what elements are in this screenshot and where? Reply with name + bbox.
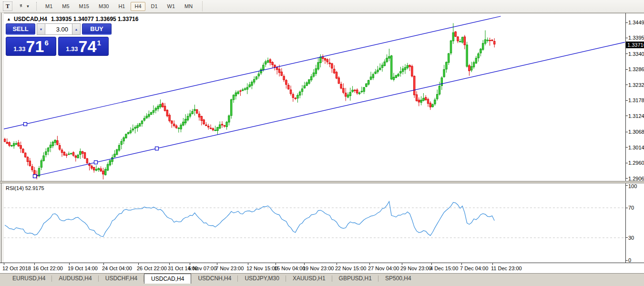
timeframe-button-w1[interactable]: W1 xyxy=(164,2,179,11)
chart-tab-gbpusd[interactable]: GBPUSD,H1 xyxy=(332,274,378,284)
time-axis-label: 5 Nov 07:00 xyxy=(188,265,216,271)
time-axis-label: 19 Oct 14:00 xyxy=(68,265,98,271)
time-axis-tick xyxy=(492,263,493,265)
price-axis-tick xyxy=(626,22,628,23)
chart-tab-usdcnh[interactable]: USDCNH,H4 xyxy=(191,274,238,284)
arrows-tool-button[interactable]: ▼ xyxy=(15,1,31,11)
time-axis-tick xyxy=(4,263,4,265)
volume-input[interactable]: 3.00 xyxy=(45,23,72,35)
price-axis-label: 1.29605 xyxy=(628,160,644,166)
time-axis-tick xyxy=(461,263,462,265)
price-axis-tick xyxy=(626,132,628,132)
price-axis-tick xyxy=(626,116,628,116)
time-axis-label: 15 Nov 04:00 xyxy=(274,265,305,271)
rsi-indicator-label: RSI(14) 52.9175 xyxy=(6,185,44,191)
volume-decrease-button[interactable]: ▼ xyxy=(37,23,45,35)
rsi-indicator-pane[interactable] xyxy=(4,183,625,263)
chart-tab-eurusd[interactable]: EURUSD,H4 xyxy=(6,274,52,284)
price-axis-label: 1.31780 xyxy=(628,97,644,103)
timeframe-button-m1[interactable]: M1 xyxy=(41,2,56,11)
chart-tab-sp500[interactable]: SP500,H4 xyxy=(378,274,418,284)
price-axis-tick xyxy=(626,100,628,101)
price-axis-tick xyxy=(626,53,628,54)
sell-price-pipette: 6 xyxy=(44,39,48,47)
rsi-axis-tick xyxy=(626,237,628,238)
chart-title: ▲ USDCAD,H4 1.33935 1.34077 1.33695 1.33… xyxy=(7,16,138,22)
rsi-axis-tick xyxy=(626,208,628,208)
price-axis-label: 1.33400 xyxy=(628,51,644,57)
toolbar-separator xyxy=(202,1,203,11)
chart-ohlc-values: 1.33935 1.34077 1.33695 1.33716 xyxy=(51,16,139,22)
time-axis-tick xyxy=(217,263,217,265)
time-axis-label: 7 Dec 04:00 xyxy=(460,265,488,271)
buy-price-pipette: 1 xyxy=(97,39,101,47)
time-axis-tick xyxy=(402,263,402,265)
chart-tab-usdjpy[interactable]: USDJPY,M30 xyxy=(238,274,286,284)
rsi-axis-label: 100 xyxy=(628,183,637,189)
time-axis-tick xyxy=(69,263,70,265)
price-axis[interactable]: 1.344951.339551.334001.328601.323201.317… xyxy=(625,13,644,181)
time-axis-label: 16 Oct 22:00 xyxy=(33,265,63,271)
buy-price-pips: 74 xyxy=(79,38,97,55)
chart-tab-usdchf[interactable]: USDCHF,H4 xyxy=(99,274,144,284)
time-axis-tick xyxy=(337,263,337,265)
timeframe-button-h4[interactable]: H4 xyxy=(131,2,145,11)
time-axis-tick xyxy=(190,263,190,265)
chart-tab-audusd[interactable]: AUDUSD,H4 xyxy=(52,274,98,284)
time-axis-tick xyxy=(304,263,305,265)
timeframe-button-m30[interactable]: M30 xyxy=(95,2,112,11)
price-axis-label: 1.32320 xyxy=(628,82,644,88)
buy-button[interactable]: BUY xyxy=(82,23,112,35)
time-axis-label: 26 Oct 22:00 xyxy=(137,265,167,271)
rsi-axis-label: 30 xyxy=(628,235,634,241)
sell-price-pips: 71 xyxy=(26,38,44,55)
chart-tab-bar: EURUSD,H4AUDUSD,H4USDCHF,H4USDCAD,H4USDC… xyxy=(0,273,644,286)
timeframe-button-group: M1M5M15M30H1H4D1W1MN xyxy=(41,2,197,11)
time-axis-label: 22 Nov 15:00 xyxy=(335,265,366,271)
timeframe-button-h1[interactable]: H1 xyxy=(114,2,129,11)
window-left-border xyxy=(0,13,4,273)
chevron-down-icon: ▼ xyxy=(26,4,30,9)
chart-tab-xauusd[interactable]: XAUUSD,H1 xyxy=(286,274,332,284)
price-axis-tick xyxy=(626,178,628,179)
time-axis-tick xyxy=(248,263,248,265)
rsi-axis-tick xyxy=(626,185,628,186)
time-axis-label: 29 Nov 23:00 xyxy=(400,265,431,271)
time-axis-label: 24 Oct 04:00 xyxy=(102,265,132,271)
time-axis-tick xyxy=(103,263,104,265)
price-axis-label: 1.32860 xyxy=(628,66,644,72)
buy-price-display[interactable]: 1.33 74 1 xyxy=(58,37,109,56)
rsi-chart-canvas[interactable] xyxy=(4,183,625,263)
time-axis-tick xyxy=(138,263,139,265)
one-click-trading-panel: SELL ▼ 3.00 ▲ BUY 1.33 71 6 1.33 74 1 xyxy=(6,23,112,56)
time-axis-tick xyxy=(369,263,370,265)
text-tool-button[interactable]: T xyxy=(3,1,12,11)
time-axis[interactable]: 12 Oct 201816 Oct 22:0019 Oct 14:0024 Oc… xyxy=(0,263,644,273)
sell-price-base: 1.33 xyxy=(13,45,25,53)
sell-price-display[interactable]: 1.33 71 6 xyxy=(6,37,56,56)
price-axis-tick xyxy=(626,85,628,85)
chart-tab-usdcad[interactable]: USDCAD,H4 xyxy=(144,274,191,284)
price-axis-tick xyxy=(626,147,628,148)
time-axis-tick xyxy=(34,263,35,265)
time-axis-label: 4 Dec 15:00 xyxy=(430,265,458,271)
price-axis-tick xyxy=(626,38,628,38)
chart-symbol-label: USDCAD,H4 xyxy=(14,16,47,22)
time-axis-label: 12 Oct 2018 xyxy=(2,265,31,271)
time-axis-label: 7 Nov 23:00 xyxy=(215,265,244,271)
timeframe-button-d1[interactable]: D1 xyxy=(147,2,162,11)
time-axis-label: 27 Nov 04:00 xyxy=(368,265,399,271)
price-axis-label: 1.30145 xyxy=(628,145,644,150)
timeframe-button-mn[interactable]: MN xyxy=(181,2,196,11)
time-axis-label: 12 Nov 15:00 xyxy=(246,265,277,271)
volume-increase-button[interactable]: ▲ xyxy=(72,23,81,35)
sell-button[interactable]: SELL xyxy=(6,23,35,35)
price-axis-tick xyxy=(626,69,628,70)
rsi-axis-label: 70 xyxy=(628,205,634,211)
rsi-axis[interactable]: 10070300 xyxy=(625,183,644,263)
time-axis-label: 19 Nov 23:00 xyxy=(303,265,334,271)
timeframe-button-m15[interactable]: M15 xyxy=(75,2,93,11)
time-axis-tick xyxy=(276,263,276,265)
time-axis-tick xyxy=(169,263,170,265)
timeframe-button-m5[interactable]: M5 xyxy=(58,2,73,11)
